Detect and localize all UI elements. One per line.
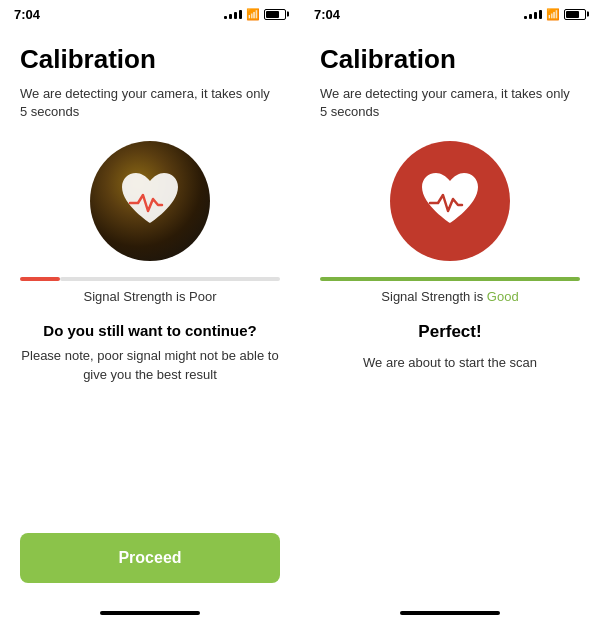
- wifi-icon-left: 📶: [246, 8, 260, 21]
- perfect-title: Perfect!: [320, 322, 580, 342]
- right-screen: 7:04 📶 Calibration We are detecting your…: [300, 0, 600, 627]
- bottom-indicator-right: [300, 599, 600, 627]
- signal-dot-1: [224, 16, 227, 19]
- signal-text-left: Signal Strength is Poor: [20, 289, 280, 304]
- subtitle-right: We are detecting your camera, it takes o…: [320, 85, 580, 121]
- cellular-signal-right: [524, 10, 542, 19]
- battery-fill-left: [266, 11, 279, 18]
- perfect-body: We are about to start the scan: [320, 354, 580, 372]
- warning-title: Do you still want to continue?: [20, 322, 280, 339]
- signal-dot-3: [234, 12, 237, 19]
- content-right: Calibration We are detecting your camera…: [300, 28, 600, 599]
- signal-dot-r2: [529, 14, 532, 19]
- battery-icon-right: [564, 9, 586, 20]
- battery-fill-right: [566, 11, 579, 18]
- signal-text-prefix: Signal Strength is: [381, 289, 487, 304]
- status-time-left: 7:04: [14, 7, 40, 22]
- heart-container-right: [320, 141, 580, 261]
- cellular-signal-left: [224, 10, 242, 19]
- signal-dot-2: [229, 14, 232, 19]
- signal-dot-r3: [534, 12, 537, 19]
- status-bar-left: 7:04 📶: [0, 0, 300, 28]
- status-bar-right: 7:04 📶: [300, 0, 600, 28]
- status-time-right: 7:04: [314, 7, 340, 22]
- page-title-left: Calibration: [20, 44, 280, 75]
- status-icons-right: 📶: [524, 8, 586, 21]
- warning-section: Do you still want to continue? Please no…: [20, 322, 280, 383]
- heart-circle-left: [90, 141, 210, 261]
- battery-icon-left: [264, 9, 286, 20]
- page-title-right: Calibration: [320, 44, 580, 75]
- heart-icon-right: [410, 161, 490, 241]
- heart-container-left: [20, 141, 280, 261]
- signal-dot-r4: [539, 10, 542, 19]
- signal-dot-4: [239, 10, 242, 19]
- signal-dot-r1: [524, 16, 527, 19]
- proceed-button[interactable]: Proceed: [20, 533, 280, 583]
- signal-text-good: Good: [487, 289, 519, 304]
- status-icons-left: 📶: [224, 8, 286, 21]
- green-signal-bar: [320, 277, 580, 281]
- subtitle-left: We are detecting your camera, it takes o…: [20, 85, 280, 121]
- signal-text-right: Signal Strength is Good: [320, 289, 580, 304]
- perfect-section: Perfect! We are about to start the scan: [320, 322, 580, 372]
- home-bar-left: [100, 611, 200, 615]
- signal-bar-right: [320, 277, 580, 281]
- gray-signal-bar: [60, 277, 280, 281]
- warning-body: Please note, poor signal might not be ab…: [20, 347, 280, 383]
- signal-bar-left: [20, 277, 280, 281]
- left-screen: 7:04 📶 Calibration We are detecting your…: [0, 0, 300, 627]
- home-bar-right: [400, 611, 500, 615]
- heart-icon-left: [110, 161, 190, 241]
- heart-circle-right: [390, 141, 510, 261]
- wifi-icon-right: 📶: [546, 8, 560, 21]
- bottom-indicator-left: [0, 599, 300, 627]
- red-signal-bar: [20, 277, 60, 281]
- content-left: Calibration We are detecting your camera…: [0, 28, 300, 599]
